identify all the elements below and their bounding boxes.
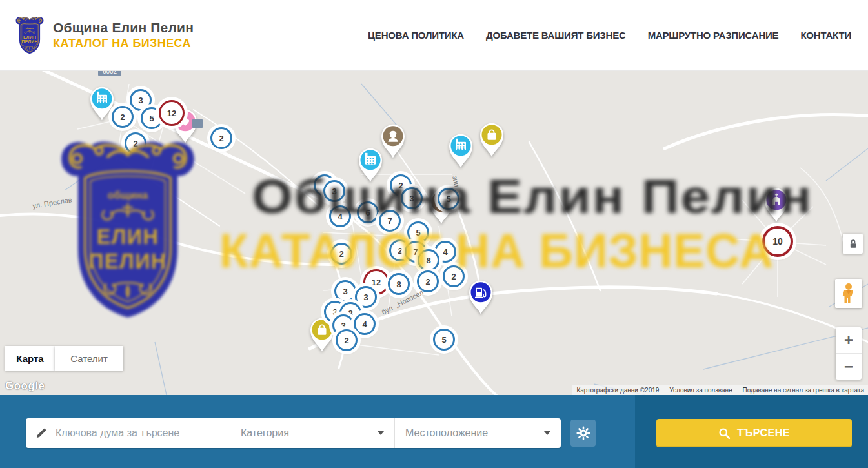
cluster-count: 3 [409,194,414,203]
map-canvas[interactable]: 325122222335647527428221283338342510ул. … [0,71,868,395]
cluster-count: 8 [426,256,430,265]
cluster-count: 4 [362,320,367,329]
map-cluster-marker[interactable]: 4 [329,205,351,227]
map-cluster-marker[interactable]: 4 [354,313,376,335]
nav-item-pricing[interactable]: ЦЕНОВА ПОЛИТИКА [368,30,464,41]
map-cluster-marker[interactable]: 2 [443,265,465,287]
lock-icon [847,238,860,250]
road-number-badge: 6002 [98,71,121,76]
cluster-count: 2 [398,246,402,256]
map-cluster-marker[interactable]: 3 [323,180,345,202]
cluster-count: 2 [451,272,456,281]
map-cluster-marker[interactable]: 2 [112,106,134,128]
google-logo[interactable]: Google [5,380,45,392]
map-pin-factory[interactable] [356,147,385,186]
site-subtitle: КАТАЛОГ НА БИЗНЕСА [53,37,194,50]
attribution-copyright: Картографски данни ©2019 [576,387,659,394]
search-bar: Категория Местоположение [0,395,868,468]
map-cluster-marker[interactable]: 7 [379,210,401,232]
cluster-count: 3 [332,307,337,317]
search-icon [718,427,731,440]
map-cluster-marker[interactable]: 3 [401,187,423,209]
top-header: Община Елин Пелин КАТАЛОГ НА БИЗНЕСА ЦЕН… [0,0,868,71]
attribution-report-link[interactable]: Подаване на сигнал за грешка в картата [743,387,864,394]
chevron-down-icon [378,431,384,435]
map-cluster-marker[interactable]: 8 [418,249,439,271]
cluster-count: 3 [332,187,336,196]
cluster-count: 3 [363,292,368,302]
cluster-count: 10 [772,236,783,247]
cluster-count: 4 [443,247,447,257]
map-cluster-marker[interactable]: 2 [330,243,352,265]
location-dropdown[interactable]: Местоположение [394,418,561,448]
cluster-count: 5 [441,335,446,345]
lock-button[interactable] [843,234,863,254]
site-title: Община Елин Пелин [53,20,194,36]
map-type-satellite-button[interactable]: Сателит [55,346,123,371]
map-cluster-marker[interactable]: 3 [355,286,377,308]
nav-item-contacts[interactable]: КОНТАКТИ [800,30,851,41]
map-cluster-marker[interactable]: 2 [125,132,146,154]
cluster-count: 7 [413,247,418,257]
cluster-count: 12 [372,278,381,287]
cluster-count: 2 [425,277,430,287]
gear-icon [576,426,590,440]
cluster-count: 5 [149,114,154,123]
map-pin-factory[interactable] [447,133,475,172]
advanced-settings-button[interactable] [570,420,596,447]
cluster-count: 12 [167,108,176,118]
map-pin-bag[interactable] [478,122,506,161]
zoom-out-button[interactable]: − [836,354,862,380]
cluster-count: 6 [365,208,370,218]
map-pin-fuel[interactable] [467,280,495,318]
cluster-count: 3 [343,287,347,296]
map-cluster-marker[interactable]: 6 [357,201,379,223]
map-cluster-marker[interactable]: 8 [388,273,410,295]
search-fields-group: Категория Местоположение [26,418,561,448]
map-cluster-marker[interactable]: 12 [159,100,185,126]
map-type-map-button[interactable]: Карта [5,346,55,371]
site-logo[interactable]: Община Елин Пелин КАТАЛОГ НА БИЗНЕСА [14,16,194,55]
map-cluster-marker[interactable]: 10 [762,226,793,257]
map-cluster-marker[interactable]: 5 [433,329,455,351]
cluster-count: 5 [446,194,450,204]
attribution-terms-link[interactable]: Условия за ползване [669,387,732,394]
search-button-label: ТЪРСЕНЕ [737,427,790,439]
cluster-count: 5 [416,228,420,238]
pegman-icon [840,283,857,305]
location-dropdown-label: Местоположение [405,427,488,439]
map-cluster-marker[interactable]: 2 [336,329,358,351]
street-view-pegman-button[interactable] [835,279,862,308]
cluster-count: 3 [138,96,143,105]
nav-item-add-business[interactable]: ДОБАВЕТЕ ВАШИЯТ БИЗНЕС [486,30,626,41]
cluster-count: 2 [344,336,348,345]
map-cluster-marker[interactable]: 5 [407,221,429,243]
zoom-control: + − [836,327,862,380]
chevron-down-icon [544,431,550,435]
cluster-count: 2 [133,139,137,148]
map-pin-church[interactable] [762,187,791,226]
map-cluster-marker[interactable]: 3 [334,280,356,302]
map-type-control: Карта Сателит [5,346,123,371]
pencil-icon [35,427,48,440]
cluster-count: 2 [398,181,403,190]
zoom-in-button[interactable]: + [836,327,862,354]
cluster-count: 7 [387,216,392,226]
cluster-count: 2 [120,112,125,122]
category-dropdown-label: Категория [241,427,289,439]
map-cluster-marker[interactable]: 2 [210,127,232,149]
cluster-count: 2 [219,134,223,143]
cluster-count: 8 [396,280,401,289]
cluster-count: 2 [339,249,343,259]
municipality-crest-icon [14,16,45,55]
map-cluster-marker[interactable]: 5 [438,188,459,210]
nav-item-route-schedule[interactable]: МАРШРУТНО РАЗПИСАНИЕ [648,30,779,41]
keyword-search-input[interactable] [56,427,230,439]
search-button[interactable]: ТЪРСЕНЕ [656,419,852,447]
cluster-count: 4 [338,212,342,221]
map-attribution: Картографски данни ©2019 Условия за полз… [572,385,868,395]
category-dropdown[interactable]: Категория [230,418,394,448]
main-nav: ЦЕНОВА ПОЛИТИКА ДОБАВЕТЕ ВАШИЯТ БИЗНЕС М… [368,30,851,41]
road-number-badge [192,119,203,128]
keyword-field-section [26,418,230,448]
